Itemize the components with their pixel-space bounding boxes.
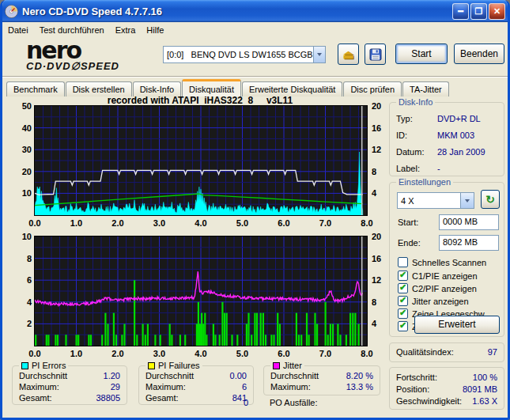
axis-tick-label: 8.0 — [353, 349, 380, 358]
po-failures-label: PO Ausfälle: — [270, 398, 318, 407]
speed-value: 1.63 X — [472, 396, 497, 406]
axis-tick-label: 10 — [5, 188, 32, 198]
disk-info-group: Disk-Info Typ:DVD+R DL ID:MKM 003 Datum:… — [389, 102, 504, 176]
position-value: 8091 MB — [463, 384, 497, 394]
axis-tick-label: 4 — [372, 188, 399, 198]
minimize-button[interactable]: ━ — [452, 3, 469, 20]
maximize-button[interactable]: ❐ — [470, 3, 487, 20]
axis-tick-label: 12 — [372, 145, 399, 154]
checkbox-label: C1/PIE anzeigen — [412, 271, 478, 281]
close-button[interactable]: ✕ — [489, 3, 505, 20]
pi-errors-stats-title: PI Errors — [19, 361, 68, 370]
axis-tick-label: 10 — [5, 232, 32, 241]
axis-tick-label: 3.0 — [146, 218, 173, 228]
drive-select-value: [0:0] BENQ DVD LS DW1655 BCGB — [164, 50, 313, 59]
speed-select-dropdown-button[interactable] — [460, 193, 474, 208]
settings-group: Einstellungen 4 X ↻ Start: 0000 MB Ende:… — [389, 182, 504, 337]
checkbox-jitter[interactable]: Jitter anzeigen — [398, 295, 469, 307]
total-label: Gesamt: — [145, 393, 179, 403]
axis-tick-label: 16 — [372, 254, 399, 263]
start-button[interactable]: Start — [395, 44, 448, 64]
axis-tick-label: 7.0 — [312, 349, 339, 358]
axis-tick-label: 7.0 — [312, 218, 339, 228]
axis-tick-label: 1.0 — [63, 218, 90, 228]
max-value: 29 — [111, 382, 120, 392]
pi-errors-chart — [34, 105, 368, 216]
menu-hilfe[interactable]: Hilfe — [141, 24, 169, 36]
disk-type-label: Typ: — [396, 114, 413, 123]
drive-select[interactable]: [0:0] BENQ DVD LS DW1655 BCGB — [163, 46, 326, 63]
quality-index-group: Qualitätsindex:97 — [389, 342, 504, 362]
avg-label: Durchschnitt — [270, 371, 319, 380]
menu-bar: Datei Test durchführen Extra Hilfe — [2, 22, 508, 37]
refresh-icon: ↻ — [485, 193, 495, 206]
max-label: Maximum: — [145, 382, 186, 392]
start-mb-field[interactable]: 0000 MB — [439, 214, 499, 230]
avg-label: Durchschnitt — [19, 371, 67, 380]
eject-disc-icon: ⏏ — [342, 47, 353, 62]
end-mb-field[interactable]: 8092 MB — [439, 235, 499, 251]
progress-label: Fortschritt: — [396, 373, 437, 382]
axis-tick-label: 8 — [372, 297, 399, 307]
checkbox-icon — [398, 271, 408, 281]
end-mb-label: Ende: — [398, 238, 421, 248]
title-bar[interactable]: Nero CD-DVD Speed 4.7.7.16 ━ ❐ ✕ — [0, 0, 510, 22]
refresh-button[interactable]: ↻ — [481, 190, 500, 209]
pi-failures-stats-group: PI Failures Durchschnitt0.00 Maximum:6 G… — [138, 365, 254, 405]
avg-value: 8.20 % — [346, 371, 373, 380]
eject-button[interactable]: ⏏ — [338, 44, 359, 65]
disk-info-title: Disk-Info — [396, 97, 435, 107]
checkbox-icon — [398, 296, 408, 306]
avg-value: 1.20 — [104, 371, 120, 380]
advanced-button[interactable]: Erweitert — [414, 316, 500, 334]
disk-date-label: Datum: — [396, 147, 424, 157]
disk-id-value: MKM 003 — [437, 131, 474, 140]
save-button[interactable] — [365, 44, 386, 65]
axis-tick-label: 6.0 — [270, 218, 297, 228]
axis-tick-label: 0.0 — [21, 349, 48, 358]
checkbox-c2-pif[interactable]: C2/PIF anzeigen — [398, 282, 477, 294]
axis-tick-label: 20 — [372, 101, 399, 111]
disk-type-value: DVD+R DL — [437, 114, 481, 123]
total-value: 38805 — [96, 393, 120, 403]
axis-tick-label: 0.0 — [21, 218, 48, 228]
drive-select-dropdown-button[interactable] — [313, 47, 325, 62]
jitter-color-swatch — [273, 362, 280, 369]
nero-logo-text: nero — [26, 39, 184, 62]
axis-tick-label: 20 — [372, 232, 399, 241]
pi-failures-stats-title: PI Failures — [145, 361, 202, 370]
max-value: 6 — [242, 382, 247, 392]
axis-tick-label: 4.0 — [187, 349, 214, 358]
menu-test-durchfuehren[interactable]: Test durchführen — [34, 24, 110, 36]
save-icon — [369, 48, 382, 61]
checkbox-icon — [398, 283, 408, 293]
tab-diskqualitaet[interactable]: Diskqualität — [182, 79, 241, 96]
settings-title: Einstellungen — [396, 177, 453, 187]
avg-value: 0.00 — [230, 371, 247, 380]
axis-tick-label: 3.0 — [146, 349, 173, 358]
checkbox-icon — [398, 308, 408, 319]
axis-tick-label: 8.0 — [353, 218, 380, 228]
pi-failures-color-swatch — [148, 362, 155, 369]
po-failures-value: 0 — [244, 398, 248, 407]
menu-extra[interactable]: Extra — [110, 24, 142, 36]
checkbox-schnelles-scannen[interactable]: Schnelles Scannen — [398, 256, 486, 268]
window-title: Nero CD-DVD Speed 4.7.7.16 — [22, 6, 451, 17]
checkbox-label: Jitter anzeigen — [412, 297, 469, 306]
tab-ta-jitter[interactable]: TA-Jitter — [402, 81, 449, 96]
disk-label-value: - — [437, 164, 440, 173]
checkbox-c1-pie[interactable]: C1/PIE anzeigen — [398, 270, 478, 282]
speed-label: Geschwindigkeit: — [396, 396, 462, 406]
axis-tick-label: 2 — [5, 319, 32, 328]
total-label: Gesamt: — [19, 393, 52, 403]
quit-button[interactable]: Beenden — [454, 44, 504, 64]
axis-tick-label: 16 — [372, 123, 399, 133]
axis-tick-label: 2.0 — [104, 218, 131, 228]
quality-index-value: 97 — [488, 347, 497, 357]
menu-datei[interactable]: Datei — [2, 24, 34, 36]
axis-tick-label: 6 — [5, 275, 32, 285]
app-cd-icon — [5, 5, 18, 18]
checkbox-icon — [398, 321, 408, 331]
speed-select[interactable]: 4 X — [397, 192, 474, 209]
cdspeed-logo-text: CD·DVD∅SPEED — [26, 61, 184, 71]
